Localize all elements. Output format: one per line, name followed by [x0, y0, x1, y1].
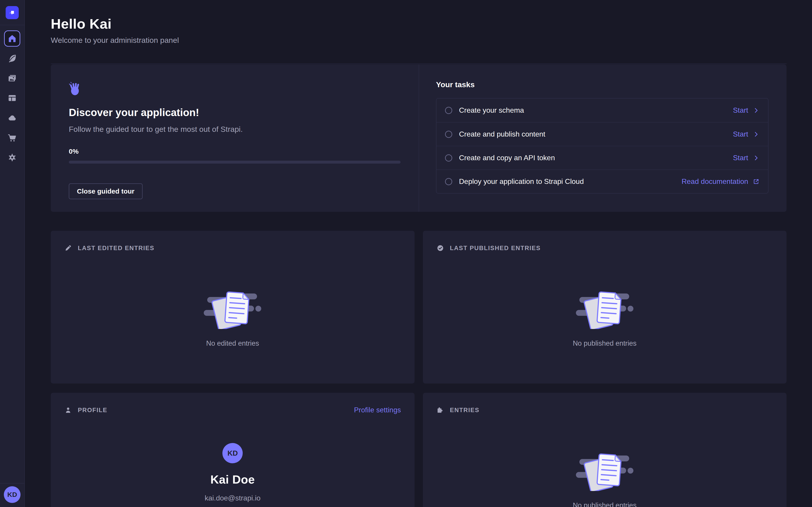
profile-settings-link[interactable]: Profile settings [354, 406, 401, 414]
sidebar-item-content-manager[interactable] [4, 50, 20, 66]
task-status-circle-icon [445, 154, 452, 162]
page-header: Hello Kai Welcome to your administration… [51, 0, 786, 64]
task-action-label: Start [733, 154, 748, 162]
pencil-icon [64, 244, 72, 252]
person-icon [64, 406, 72, 414]
profile-body: KD Kai Doe kai.doe@strapi.io [64, 414, 401, 507]
progress-percentage: 0% [69, 148, 401, 155]
sidebar-bottom-divider [0, 483, 24, 484]
empty-state: No published entries [437, 414, 773, 507]
task-action-label: Start [733, 130, 748, 138]
puzzle-icon [437, 406, 444, 414]
chevron-right-icon [753, 107, 759, 114]
home-icon [7, 34, 17, 43]
widget-header: ENTRIES [437, 406, 773, 414]
task-start-link[interactable]: Start [733, 106, 759, 114]
guided-tour-progressbar [69, 161, 401, 164]
profile-avatar: KD [222, 443, 243, 463]
page-title: Hello Kai [51, 16, 786, 32]
widgets-grid: LAST EDITED ENTRIES [51, 231, 786, 507]
widget-title: ENTRIES [450, 407, 479, 414]
task-action-label: Start [733, 106, 748, 114]
layout-icon [7, 93, 17, 103]
entries-widget: ENTRIES [423, 393, 787, 507]
feather-icon [7, 54, 17, 63]
close-guided-tour-button[interactable]: Close guided tour [69, 183, 143, 199]
task-read-documentation-link[interactable]: Read documentation [681, 177, 759, 186]
task-status-circle-icon [445, 107, 452, 114]
documents-illustration [575, 286, 635, 329]
task-status-circle-icon [445, 178, 452, 185]
tasks-list: Create your schema Start Create and publ… [436, 98, 768, 193]
sidebar-item-cloud[interactable] [4, 110, 20, 126]
external-link-icon [753, 178, 759, 185]
task-row-publish-content[interactable]: Create and publish content Start [437, 122, 768, 146]
task-label: Create and copy an API token [459, 154, 555, 162]
logo-wrap [6, 0, 19, 25]
task-row-api-token[interactable]: Create and copy an API token Start [437, 146, 768, 169]
last-edited-entries-widget: LAST EDITED ENTRIES [51, 231, 415, 384]
main-content: Hello Kai Welcome to your administration… [25, 0, 812, 507]
guided-tour-intro: Discover your application! Follow the gu… [51, 64, 419, 212]
widget-title: PROFILE [78, 407, 107, 414]
empty-state-text: No edited entries [206, 339, 259, 347]
task-action-label: Read documentation [681, 177, 748, 186]
task-row-deploy-cloud[interactable]: Deploy your application to Strapi Cloud … [437, 169, 768, 193]
user-avatar[interactable]: KD [4, 486, 20, 503]
widget-header: LAST EDITED ENTRIES [64, 244, 401, 252]
cart-icon [7, 133, 17, 143]
sidebar-item-settings[interactable] [4, 150, 20, 166]
last-published-entries-widget: LAST PUBLISHED ENTRIES [423, 231, 787, 384]
task-start-link[interactable]: Start [733, 130, 759, 138]
empty-state: No published entries [437, 252, 773, 347]
profile-email: kai.doe@strapi.io [205, 494, 260, 502]
check-circle-icon [437, 244, 444, 252]
sidebar-nav [4, 25, 20, 166]
widget-title: LAST EDITED ENTRIES [78, 245, 154, 252]
documents-illustration [575, 448, 635, 491]
page-subtitle: Welcome to your administration panel [51, 36, 786, 45]
task-label: Create and publish content [459, 130, 545, 138]
widget-header: LAST PUBLISHED ENTRIES [437, 244, 773, 252]
task-label: Deploy your application to Strapi Cloud [459, 177, 584, 186]
documents-illustration [203, 286, 262, 329]
tasks-panel: Your tasks Create your schema Start Crea… [419, 64, 786, 212]
task-row-create-schema[interactable]: Create your schema Start [437, 99, 768, 122]
sidebar-item-media-library[interactable] [4, 70, 20, 86]
sidebar-item-content-type-builder[interactable] [4, 90, 20, 106]
strapi-logo-glyph [8, 9, 16, 16]
guided-tour-title: Discover your application! [69, 106, 401, 118]
chevron-right-icon [753, 155, 759, 161]
sidebar: KD [0, 0, 25, 507]
sidebar-item-home[interactable] [4, 31, 20, 47]
widget-header: PROFILE Profile settings [64, 406, 401, 414]
chevron-right-icon [753, 131, 759, 138]
guided-tour-description: Follow the guided tour to get the most o… [69, 125, 401, 133]
media-images-icon [7, 73, 17, 83]
tasks-title: Your tasks [436, 80, 768, 89]
guided-tour-card: Discover your application! Follow the gu… [51, 64, 786, 212]
widget-title: LAST PUBLISHED ENTRIES [450, 245, 541, 252]
task-start-link[interactable]: Start [733, 154, 759, 162]
task-label: Create your schema [459, 106, 524, 114]
empty-state-text: No published entries [573, 501, 637, 507]
profile-widget: PROFILE Profile settings KD Kai Doe kai.… [51, 393, 415, 507]
gear-icon [7, 153, 17, 162]
strapi-logo-icon[interactable] [6, 6, 19, 19]
empty-state: No edited entries [64, 252, 401, 347]
sidebar-bottom: KD [0, 483, 24, 507]
wave-hand-icon [69, 81, 82, 96]
sidebar-item-marketplace[interactable] [4, 129, 20, 146]
cloud-icon [7, 113, 17, 123]
task-status-circle-icon [445, 131, 452, 138]
empty-state-text: No published entries [573, 339, 637, 347]
profile-name: Kai Doe [210, 473, 255, 486]
